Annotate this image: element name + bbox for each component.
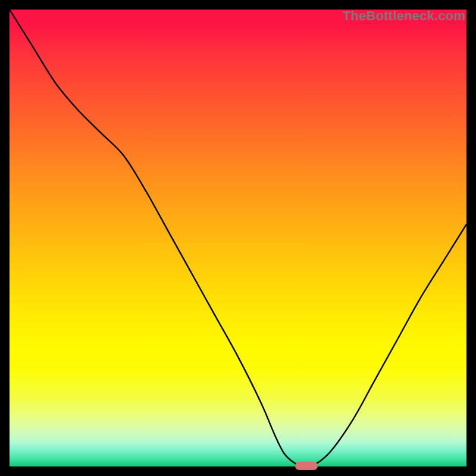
chart-frame: TheBottleneck.com <box>0 0 476 476</box>
gradient-plot-area: TheBottleneck.com <box>10 10 466 466</box>
optimal-marker <box>295 462 318 470</box>
bottleneck-curve <box>10 10 466 466</box>
watermark-text: TheBottleneck.com <box>343 8 465 24</box>
